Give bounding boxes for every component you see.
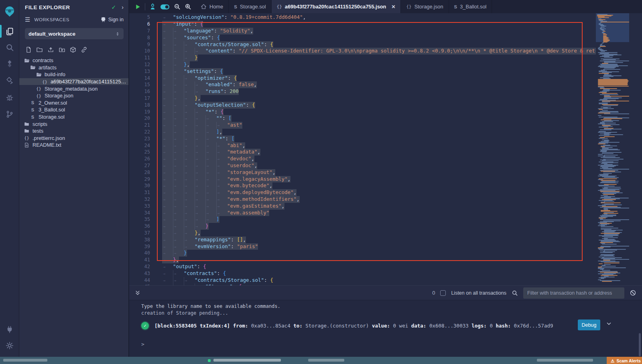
debugger-icon[interactable] xyxy=(0,90,19,105)
clear-console-icon[interactable] xyxy=(630,289,636,296)
tree-item-2-owner-sol[interactable]: S2_Owner.sol xyxy=(19,99,128,107)
ai-toggle-icon[interactable] xyxy=(160,4,170,10)
code-line-21[interactable]: "ast" xyxy=(162,122,242,129)
tree-item-storage-sol[interactable]: SStorage.sol xyxy=(19,113,128,121)
code-line-5[interactable]: "solcLongVersion": "0.8.19+commit.7dd6d4… xyxy=(162,14,306,21)
code-line-44[interactable]: "contracts/Storage.sol": { xyxy=(162,277,273,284)
tree-item--prettierrc-json[interactable]: {}.prettierrc.json xyxy=(19,135,128,142)
tab-3-ballot-sol[interactable]: S3_Ballot.sol xyxy=(449,0,492,13)
upload-folder-icon[interactable] xyxy=(59,47,65,53)
code-line-10[interactable]: "content": "// SPDX-License-Identifier: … xyxy=(162,48,596,55)
transaction-log-row[interactable]: ✓ [block:5583405 txIndex:4] from: 0xa03.… xyxy=(141,320,614,332)
code-line-9[interactable]: "contracts/Storage.sol": { xyxy=(162,41,273,48)
code-line-36[interactable]: } xyxy=(162,223,209,230)
tree-item-storage-metadata-json[interactable]: {}Storage_metadata.json xyxy=(19,85,128,92)
chevron-right-icon[interactable]: › xyxy=(122,4,124,10)
code-line-35[interactable]: ] xyxy=(162,216,219,223)
tree-item-contracts[interactable]: contracts xyxy=(19,57,128,64)
terminal-scrollbar[interactable] xyxy=(639,333,641,356)
listen-all-checkbox[interactable] xyxy=(440,290,446,296)
code-line-20[interactable]: "": [ xyxy=(162,115,232,122)
code-line-18[interactable]: "outputSelection": { xyxy=(162,102,255,109)
code-line-16[interactable]: "runs": 200 xyxy=(162,88,239,95)
code-line-7[interactable]: "language": "Solidity", xyxy=(162,28,253,34)
editor-code-area[interactable]: "solcVersion": "0.8.19","solcLongVersion… xyxy=(156,13,596,285)
editor-minimap[interactable] xyxy=(596,13,629,285)
file-explorer-icon[interactable] xyxy=(0,24,19,38)
tx-expand-chevron-icon[interactable] xyxy=(606,321,612,326)
code-line-15[interactable]: "enabled": false, xyxy=(162,81,257,88)
code-line-26[interactable]: "devdoc", xyxy=(162,156,254,162)
tab-storage-json[interactable]: {}Storage.json xyxy=(401,0,449,13)
code-line-31[interactable]: "evm.deployedBytecode", xyxy=(162,189,297,196)
tree-item-artifacts[interactable]: artifacts xyxy=(19,64,128,71)
check-icon: ✓ xyxy=(112,4,116,10)
code-line-32[interactable]: "evm.methodIdentifiers", xyxy=(162,196,300,203)
code-line-28[interactable]: "storageLayout", xyxy=(162,169,275,176)
code-line-33[interactable]: "evm.gasEstimates", xyxy=(162,203,284,210)
plugin-manager-icon[interactable] xyxy=(0,322,19,337)
code-line-34[interactable]: "evm.assembly" xyxy=(162,210,269,216)
ai-assistant-icon[interactable] xyxy=(149,3,156,10)
tree-item-scripts[interactable]: scripts xyxy=(19,120,128,127)
code-line-39[interactable]: "evmVersion": "paris" xyxy=(162,243,258,250)
code-line-17[interactable]: }, xyxy=(162,95,201,102)
tree-item-3-ballot-sol[interactable]: S3_Ballot.sol xyxy=(19,106,128,113)
terminal-collapse-icon[interactable] xyxy=(135,290,140,296)
code-line-29[interactable]: "evm.legacyAssembly", xyxy=(162,176,291,183)
code-line-27[interactable]: "userdoc", xyxy=(162,162,257,169)
line-number: 7 xyxy=(147,28,150,34)
tree-item-build-info[interactable]: build-info xyxy=(19,71,128,78)
search-icon[interactable] xyxy=(512,290,518,296)
hamburger-menu-icon[interactable]: ☰ xyxy=(25,16,30,23)
zoom-in-icon[interactable] xyxy=(185,3,191,10)
code-line-41[interactable]: }, xyxy=(162,257,179,263)
code-line-22[interactable]: ], xyxy=(162,129,222,135)
new-file-icon[interactable] xyxy=(25,47,32,53)
tab-storage-sol[interactable]: SStorage.sol xyxy=(229,0,271,13)
code-line-13[interactable]: "settings": { xyxy=(162,68,223,75)
code-line-6[interactable]: "input": { xyxy=(162,21,203,28)
transaction-filter-input[interactable] xyxy=(523,287,624,299)
search-icon[interactable] xyxy=(0,40,19,55)
debug-button[interactable]: Debug xyxy=(578,320,600,330)
tree-item-readme-txt[interactable]: README.txt xyxy=(19,142,128,149)
remix-logo-icon[interactable] xyxy=(0,4,19,18)
tree-item-tests[interactable]: tests xyxy=(19,127,128,135)
code-editor[interactable]: 4567891011121314151617181920212223242526… xyxy=(129,13,642,285)
tree-item-a69b43f277ba20fcac141151250ca7-[interactable]: {}a69b43f277ba20fcac141151250ca7... xyxy=(19,78,128,85)
code-line-42[interactable]: "output": { xyxy=(162,263,206,270)
code-line-8[interactable]: "sources": { xyxy=(162,34,220,41)
git-icon[interactable] xyxy=(0,107,19,121)
code-line-43[interactable]: "contracts": { xyxy=(162,270,226,277)
workspace-select[interactable]: default_workspace xyxy=(25,28,124,39)
code-line-38[interactable]: "remappings": [], xyxy=(162,237,246,243)
sign-in-button[interactable]: Sign in xyxy=(100,17,124,22)
code-line-37[interactable]: }, xyxy=(162,230,201,237)
token: { xyxy=(252,102,255,108)
code-line-30[interactable]: "evm.bytecode", xyxy=(162,182,272,189)
code-line-23[interactable]: "*": [ xyxy=(162,135,234,142)
zoom-out-icon[interactable] xyxy=(174,3,181,10)
close-tab-icon[interactable]: ✕ xyxy=(391,4,395,10)
code-line-40[interactable]: } xyxy=(162,250,187,257)
deploy-and-run-icon[interactable] xyxy=(0,73,19,88)
settings-icon[interactable] xyxy=(0,338,19,353)
run-script-icon[interactable] xyxy=(135,4,141,10)
new-folder-icon[interactable] xyxy=(36,47,43,53)
code-line-19[interactable]: "*": { xyxy=(162,109,223,115)
code-line-11[interactable]: } xyxy=(162,55,198,61)
tab-home[interactable]: Home xyxy=(195,0,229,13)
code-line-12[interactable]: }, xyxy=(162,61,190,68)
scam-alerts-widget[interactable]: ⚠ Scam Alerts xyxy=(607,357,642,364)
upload-file-icon[interactable] xyxy=(47,47,54,53)
workspace-cube-icon[interactable] xyxy=(70,47,76,53)
solidity-compiler-icon[interactable] xyxy=(0,57,19,71)
link-icon[interactable] xyxy=(81,47,87,53)
terminal-prompt[interactable]: > xyxy=(141,341,144,347)
code-line-14[interactable]: "optimizer": { xyxy=(162,75,237,82)
code-line-25[interactable]: "metadata", xyxy=(162,149,260,156)
tab-a69b43f277ba20fcac141151250ca755-json[interactable]: {}a69b43f277ba20fcac141151250ca755.json✕ xyxy=(272,0,401,13)
code-line-24[interactable]: "abi", xyxy=(162,142,245,149)
tree-item-storage-json[interactable]: {}Storage.json xyxy=(19,92,128,99)
